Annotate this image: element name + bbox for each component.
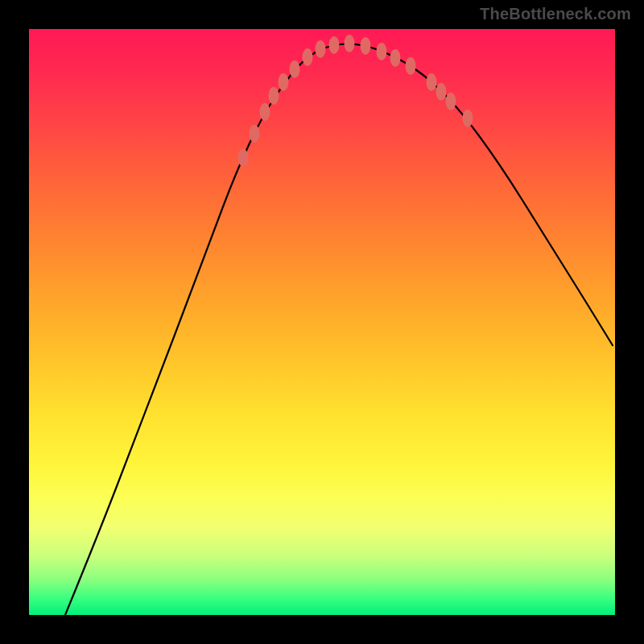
emphasis-dot (238, 149, 249, 167)
emphasis-dot (269, 87, 279, 105)
emphasis-dot (390, 49, 401, 67)
curve-emphasis-dots (238, 35, 473, 167)
plot-area (29, 29, 615, 615)
emphasis-dot (436, 83, 447, 101)
emphasis-dot (290, 60, 300, 78)
emphasis-dot (250, 125, 260, 142)
emphasis-dot (406, 57, 416, 75)
emphasis-dot (427, 73, 437, 91)
emphasis-dot (345, 35, 355, 52)
emphasis-dot (446, 93, 456, 110)
emphasis-dot (329, 36, 340, 54)
watermark-text: TheBottleneck.com (480, 5, 631, 23)
emphasis-dot (260, 103, 270, 121)
emphasis-dot (377, 43, 387, 60)
emphasis-dot (279, 73, 289, 91)
emphasis-dot (316, 40, 326, 58)
chart-frame: TheBottleneck.com (0, 0, 644, 644)
emphasis-dot (361, 37, 371, 55)
bottleneck-curve (65, 44, 613, 615)
curve-layer (29, 29, 615, 615)
emphasis-dot (463, 109, 473, 127)
emphasis-dot (303, 48, 313, 66)
